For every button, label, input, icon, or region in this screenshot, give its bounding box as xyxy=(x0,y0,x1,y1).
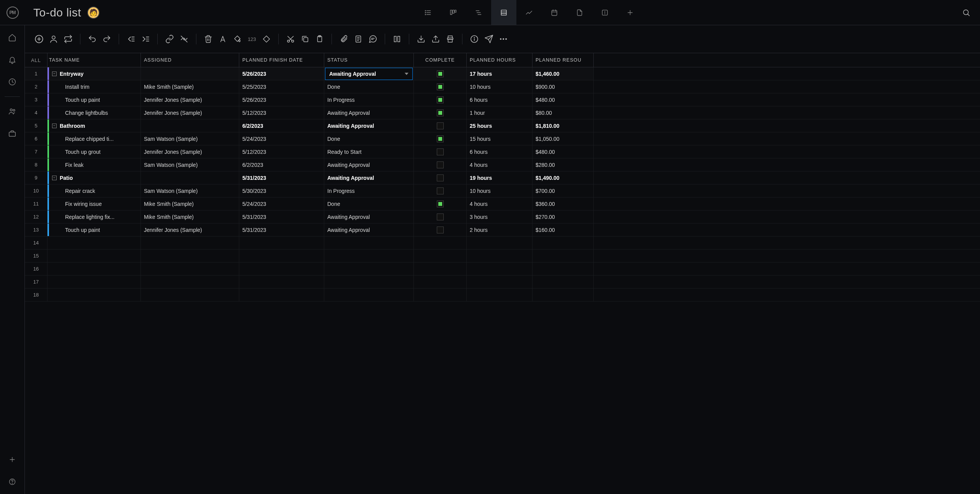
task-cell[interactable]: Replace chipped ti... xyxy=(47,132,141,145)
copy-button[interactable] xyxy=(299,33,312,46)
row-number[interactable]: 11 xyxy=(25,197,47,210)
complete-cell[interactable] xyxy=(414,158,467,171)
status-cell[interactable]: Awaiting Approval xyxy=(324,67,414,80)
complete-cell[interactable] xyxy=(414,197,467,210)
assigned-cell[interactable]: Sam Watson (Sample) xyxy=(141,132,239,145)
row-number[interactable]: 7 xyxy=(25,145,47,158)
complete-cell[interactable] xyxy=(414,223,467,236)
assigned-cell[interactable]: Mike Smith (Sample) xyxy=(141,80,239,93)
assigned-cell[interactable]: Jennifer Jones (Sample) xyxy=(141,223,239,236)
bell-icon[interactable] xyxy=(7,54,18,65)
task-cell[interactable]: Fix wiring issue xyxy=(47,197,141,210)
row-number[interactable]: 1 xyxy=(25,67,47,80)
collapse-toggle[interactable]: − xyxy=(52,72,57,76)
assigned-cell[interactable]: Jennifer Jones (Sample) xyxy=(141,145,239,158)
row-number[interactable]: 5 xyxy=(25,119,47,132)
date-cell[interactable]: 5/25/2023 xyxy=(239,80,324,93)
clock-icon[interactable] xyxy=(7,77,18,87)
hours-cell[interactable]: 19 hours xyxy=(467,171,532,184)
team-icon[interactable] xyxy=(7,106,18,117)
view-file-icon[interactable] xyxy=(567,0,592,25)
complete-cell[interactable] xyxy=(414,93,467,106)
row-number[interactable]: 4 xyxy=(25,106,47,119)
assigned-cell[interactable]: Mike Smith (Sample) xyxy=(141,210,239,223)
print-button[interactable] xyxy=(444,33,457,46)
table-row[interactable]: 8Fix leakSam Watson (Sample)6/2/2023Awai… xyxy=(25,158,980,171)
task-cell[interactable]: Repair crack xyxy=(47,184,141,197)
date-cell[interactable]: 6/2/2023 xyxy=(239,119,324,132)
col-assigned[interactable]: ASSIGNED xyxy=(141,53,239,67)
undo-button[interactable] xyxy=(86,33,99,46)
status-cell[interactable]: Awaiting Approval xyxy=(324,158,414,171)
assigned-cell[interactable]: Jennifer Jones (Sample) xyxy=(141,106,239,119)
assigned-cell[interactable] xyxy=(141,171,239,184)
table-row-empty[interactable]: 16 xyxy=(25,262,980,276)
hours-cell[interactable]: 4 hours xyxy=(467,197,532,210)
add-task-button[interactable] xyxy=(33,33,46,46)
hours-cell[interactable]: 25 hours xyxy=(467,119,532,132)
table-row[interactable]: 13Touch up paintJennifer Jones (Sample)5… xyxy=(25,223,980,236)
complete-checkbox[interactable] xyxy=(437,161,444,168)
row-number[interactable]: 2 xyxy=(25,80,47,93)
task-cell[interactable]: −Entryway xyxy=(47,67,141,80)
status-cell[interactable]: Done xyxy=(324,132,414,145)
row-number[interactable]: 3 xyxy=(25,93,47,106)
complete-checkbox[interactable] xyxy=(437,83,444,90)
task-cell[interactable]: Touch up paint xyxy=(47,223,141,236)
complete-checkbox[interactable] xyxy=(437,227,444,233)
table-row[interactable]: 4Change lightbulbsJennifer Jones (Sample… xyxy=(25,106,980,119)
cost-cell[interactable]: $480.00 xyxy=(532,93,594,106)
assigned-cell[interactable]: Sam Watson (Sample) xyxy=(141,158,239,171)
cost-cell[interactable]: $1,460.00 xyxy=(532,67,594,80)
table-row[interactable]: 7Touch up groutJennifer Jones (Sample)5/… xyxy=(25,145,980,158)
cost-cell[interactable]: $900.00 xyxy=(532,80,594,93)
table-row-empty[interactable]: 17 xyxy=(25,276,980,289)
text-style-button[interactable] xyxy=(216,33,229,46)
home-icon[interactable] xyxy=(7,32,18,43)
table-row-empty[interactable]: 14 xyxy=(25,236,980,249)
row-number[interactable]: 6 xyxy=(25,132,47,145)
table-row[interactable]: 12Replace lighting fix...Mike Smith (Sam… xyxy=(25,210,980,223)
table-row[interactable]: 10Repair crackSam Watson (Sample)5/30/20… xyxy=(25,184,980,197)
table-row-empty[interactable]: 18 xyxy=(25,289,980,302)
hours-cell[interactable]: 10 hours xyxy=(467,184,532,197)
complete-checkbox[interactable] xyxy=(437,122,444,129)
view-sheet-icon[interactable] xyxy=(491,0,516,25)
date-cell[interactable]: 5/12/2023 xyxy=(239,145,324,158)
complete-checkbox[interactable] xyxy=(437,70,444,77)
app-logo[interactable]: PM xyxy=(0,0,25,25)
table-row[interactable]: 9−Patio5/31/2023Awaiting Approval19 hour… xyxy=(25,171,980,184)
complete-checkbox[interactable] xyxy=(437,109,444,116)
task-cell[interactable]: Change lightbulbs xyxy=(47,106,141,119)
complete-checkbox[interactable] xyxy=(437,201,444,207)
status-cell[interactable]: Awaiting Approval xyxy=(324,210,414,223)
hours-cell[interactable]: 6 hours xyxy=(467,145,532,158)
status-cell[interactable]: Awaiting Approval xyxy=(324,171,414,184)
info-button[interactable] xyxy=(468,33,481,46)
hours-cell[interactable]: 1 hour xyxy=(467,106,532,119)
cost-cell[interactable]: $80.00 xyxy=(532,106,594,119)
status-cell[interactable]: In Progress xyxy=(324,93,414,106)
search-button[interactable] xyxy=(959,5,974,20)
hours-cell[interactable]: 4 hours xyxy=(467,158,532,171)
hours-cell[interactable]: 15 hours xyxy=(467,132,532,145)
cost-cell[interactable]: $700.00 xyxy=(532,184,594,197)
status-cell[interactable]: Ready to Start xyxy=(324,145,414,158)
date-cell[interactable]: 5/31/2023 xyxy=(239,171,324,184)
col-date[interactable]: PLANNED FINISH DATE xyxy=(239,53,324,67)
task-cell[interactable]: Replace lighting fix... xyxy=(47,210,141,223)
cost-cell[interactable]: $360.00 xyxy=(532,197,594,210)
assigned-cell[interactable] xyxy=(141,67,239,80)
view-list-icon[interactable] xyxy=(415,0,441,25)
complete-cell[interactable] xyxy=(414,145,467,158)
number-format-button[interactable]: 123 xyxy=(245,33,258,46)
task-cell[interactable]: Touch up grout xyxy=(47,145,141,158)
task-cell[interactable]: −Bathroom xyxy=(47,119,141,132)
row-number[interactable]: 10 xyxy=(25,184,47,197)
complete-checkbox[interactable] xyxy=(437,187,444,194)
link-button[interactable] xyxy=(163,33,176,46)
status-cell[interactable]: Awaiting Approval xyxy=(324,223,414,236)
hours-cell[interactable]: 3 hours xyxy=(467,210,532,223)
task-grid[interactable]: ALL TASK NAME ASSIGNED PLANNED FINISH DA… xyxy=(25,53,980,494)
add-icon[interactable] xyxy=(7,454,18,465)
